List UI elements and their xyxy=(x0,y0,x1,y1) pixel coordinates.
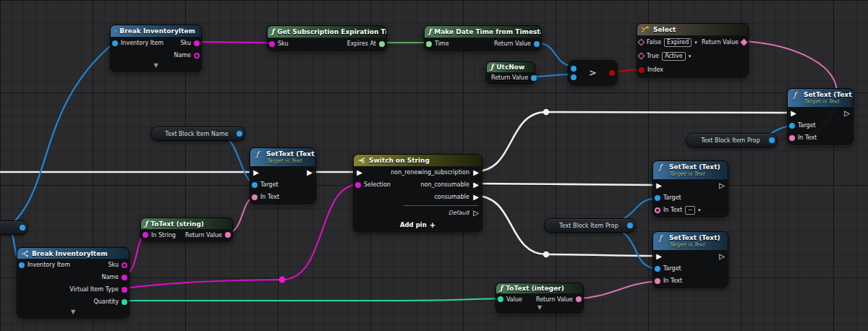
node-subtitle: Target is Text xyxy=(266,158,310,164)
exec-out-case0-pin[interactable]: ▶ xyxy=(472,169,480,176)
exec-in-pin[interactable]: ▶ xyxy=(655,182,663,189)
pin-sku[interactable] xyxy=(122,262,127,268)
select-icon xyxy=(641,26,650,33)
reroute-node-exec-bottom[interactable] xyxy=(543,252,549,257)
collapse-arrow-icon[interactable]: ▼ xyxy=(111,61,201,71)
node-get-subscription-expiration-time[interactable]: ƒ Get Subscription Expiration Time Sku E… xyxy=(267,25,387,51)
exec-in-pin[interactable]: ▶ xyxy=(790,110,797,117)
break-struct-icon xyxy=(114,27,116,35)
pin-sku[interactable] xyxy=(194,40,200,46)
node-title: UtcNow xyxy=(496,64,524,71)
pin-value[interactable] xyxy=(498,296,503,302)
pin-sku[interactable] xyxy=(269,41,275,47)
exec-in-pin[interactable]: ▶ xyxy=(655,253,663,260)
dropdown-icon[interactable]: ▾ xyxy=(698,207,701,213)
pin-virtual-item-type[interactable] xyxy=(122,287,127,293)
pin-target[interactable] xyxy=(655,195,660,201)
pin-time[interactable] xyxy=(426,41,432,47)
object-output-pin[interactable] xyxy=(627,223,633,228)
node-subtitle: Target is Text xyxy=(804,98,847,105)
node-settext-right-1[interactable]: ƒ SetText (Text) Target is Text ▶ ▷ Targ… xyxy=(652,160,728,217)
collapse-arrow-icon[interactable]: ▼ xyxy=(496,305,583,312)
collapse-arrow-icon[interactable]: ▼ xyxy=(17,308,129,317)
switch-icon xyxy=(357,157,366,164)
pin-name[interactable] xyxy=(122,275,127,280)
pin-inventory-item[interactable] xyxy=(112,40,118,46)
exec-out-case2-pin[interactable]: ▶ xyxy=(472,194,480,201)
blueprint-canvas[interactable]: Break InventoryItem Inventory Item Sku N… xyxy=(0,0,868,331)
pin-index[interactable] xyxy=(639,67,644,73)
pin-selection[interactable] xyxy=(355,182,361,188)
node-settext-middle[interactable]: ƒ SetText (Text) Target is Text ▶ ▶ Targ… xyxy=(250,147,316,204)
pin-return-value[interactable] xyxy=(531,75,537,81)
reroute-node-exec-top[interactable] xyxy=(543,109,549,115)
node-title: ToText (string) xyxy=(150,220,204,228)
pin-in-string[interactable] xyxy=(142,232,148,238)
pin-result[interactable] xyxy=(609,70,615,76)
pin-quantity[interactable] xyxy=(122,299,127,305)
false-value-field[interactable]: Expired xyxy=(664,38,692,47)
node-settext-far-right[interactable]: ƒ SetText (Text) Target is Text ▶ ▷ Targ… xyxy=(787,88,854,145)
dropdown-icon[interactable]: ▾ xyxy=(694,40,697,46)
true-value-field[interactable]: Active xyxy=(662,52,686,61)
pin-true[interactable] xyxy=(638,53,645,60)
exec-out-pin[interactable]: ▶ xyxy=(306,169,313,176)
node-title: Break InventoryItem xyxy=(119,27,195,35)
getter-text-block-item-name[interactable]: Text Block Item Name xyxy=(150,126,245,141)
function-icon: ƒ xyxy=(428,28,431,35)
node-select[interactable]: Select False Expired ▾ Return Value True… xyxy=(637,23,749,77)
node-totext-string[interactable]: ƒ ToText (string) In String Return Value xyxy=(140,218,233,241)
exec-out-default-pin[interactable]: ▷ xyxy=(472,210,480,217)
pin-inventory-item[interactable] xyxy=(19,262,25,268)
object-output-pin[interactable] xyxy=(20,225,25,231)
pin-in-text[interactable] xyxy=(252,194,258,200)
dropdown-icon[interactable]: ▾ xyxy=(689,53,692,59)
pin-false[interactable] xyxy=(638,39,645,46)
pin-target[interactable] xyxy=(789,123,795,129)
pin-in-text[interactable] xyxy=(789,135,795,141)
pin-name[interactable] xyxy=(194,53,200,59)
node-settext-right-2[interactable]: ƒ SetText (Text) Target is Text ▶ ▷ Targ… xyxy=(652,231,728,288)
reroute-node-string[interactable] xyxy=(279,277,286,283)
pin-divider xyxy=(404,205,478,206)
node-title: Break InventoryItem xyxy=(32,250,108,257)
node-greater-than[interactable]: > xyxy=(568,60,618,85)
getter-text-block-item-prop-top[interactable]: Text Block Item Prop xyxy=(686,133,778,147)
node-utcnow[interactable]: ƒ UtcNow Return Value xyxy=(486,61,535,84)
object-output-pin[interactable] xyxy=(237,131,242,137)
exec-out-pin[interactable]: ▷ xyxy=(718,182,726,189)
pin-target[interactable] xyxy=(252,182,258,188)
node-break-inventoryitem-bottom[interactable]: Break InventoryItem Inventory Item Sku N… xyxy=(17,247,129,318)
edge-variable-pill[interactable] xyxy=(0,220,28,235)
function-icon: ƒ xyxy=(256,151,259,158)
pin-return-value[interactable] xyxy=(741,39,748,46)
getter-text-block-item-prop-bottom[interactable]: Text Block Item Prop xyxy=(544,218,636,233)
pin-return-value[interactable] xyxy=(225,232,231,238)
function-icon: ƒ xyxy=(659,164,662,171)
exec-in-pin[interactable]: ▶ xyxy=(252,169,260,176)
function-icon: ƒ xyxy=(659,235,662,242)
node-title: Switch on String xyxy=(369,157,430,164)
pin-target[interactable] xyxy=(655,266,660,272)
exec-out-pin[interactable]: ▷ xyxy=(843,110,851,117)
add-pin-button[interactable]: Add pin+ xyxy=(354,218,482,231)
function-icon: ƒ xyxy=(793,92,796,99)
exec-out-case1-pin[interactable]: ▶ xyxy=(472,181,480,189)
node-totext-integer[interactable]: ƒ ToText (integer) Value Return Value ▼ xyxy=(495,283,584,313)
pin-b[interactable] xyxy=(571,74,576,80)
pin-a[interactable] xyxy=(571,66,576,72)
node-break-inventoryitem-top[interactable]: Break InventoryItem Inventory Item Sku N… xyxy=(110,25,202,72)
pin-return-value[interactable] xyxy=(576,296,582,302)
wire-exec-case1-settext-r1 xyxy=(476,184,655,185)
pin-expires-at[interactable] xyxy=(379,41,385,47)
node-make-datetime-from-timestamp[interactable]: ƒ Make Date Time from Timestamp Time Ret… xyxy=(424,25,542,51)
node-switch-on-string[interactable]: Switch on String ▶ non_renewing_subscrip… xyxy=(353,154,482,232)
in-text-value-field[interactable]: -- xyxy=(685,206,695,215)
pin-in-text[interactable] xyxy=(655,278,660,284)
object-output-pin[interactable] xyxy=(769,137,775,143)
exec-in-pin[interactable]: ▶ xyxy=(356,169,363,176)
pin-return-value[interactable] xyxy=(534,41,540,47)
node-subtitle: Target is Text xyxy=(669,241,722,248)
exec-out-pin[interactable]: ▷ xyxy=(718,253,726,260)
pin-in-text[interactable] xyxy=(655,207,660,213)
